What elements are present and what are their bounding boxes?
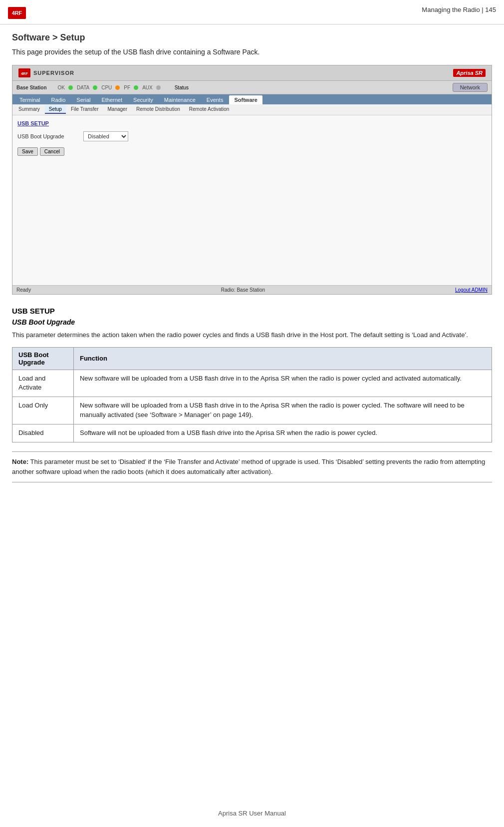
section-title: USB SETUP (12, 307, 492, 315)
subnav-setup[interactable]: Setup (45, 105, 66, 114)
pf-label: PF (124, 85, 130, 90)
supervisor-label: SUPERVISOR (33, 70, 74, 76)
status-text: Status (175, 85, 189, 90)
note-text: This parameter must be set to ‘Disabled’… (12, 458, 485, 475)
aux-label: AUX (142, 85, 153, 90)
usb-boot-upgrade-label: USB Boot Upgrade (17, 133, 77, 139)
footer-logout[interactable]: Logout ADMIN (455, 287, 488, 293)
footer-status: Ready (16, 287, 31, 293)
nav-security[interactable]: Security (128, 95, 158, 104)
page-breadcrumb: Software > Setup (12, 32, 492, 43)
table-cell-desc2: New software will be uploaded from a USB… (73, 397, 492, 424)
body-text: This parameter determines the action tak… (12, 330, 492, 340)
table-cell-option3: Disabled (12, 424, 74, 442)
table-cell-option1: Load and Activate (12, 370, 74, 397)
usb-boot-upgrade-select[interactable]: Disabled Load and Activate Load Only (83, 131, 128, 141)
ui-section-title: USB SETUP (17, 120, 487, 126)
table-row: Load Only New software will be uploaded … (12, 397, 492, 424)
ui-screenshot-frame: 4RF SUPERVISOR Aprisa SR Base Station OK… (12, 65, 492, 295)
ui-status-bar: Base Station OK DATA CPU PF AUX Status N… (12, 81, 492, 94)
cpu-led (115, 85, 120, 90)
footer-text: Aprisa SR User Manual (218, 810, 286, 817)
ui-sub-nav: Summary Setup File Transfer Manager Remo… (12, 104, 492, 115)
network-button[interactable]: Network (453, 83, 488, 92)
subnav-summary[interactable]: Summary (14, 105, 44, 114)
page-header: 4RF Managing the Radio | 145 (0, 0, 504, 24)
nav-events[interactable]: Events (202, 95, 229, 104)
subnav-remote-activation[interactable]: Remote Activation (185, 105, 234, 114)
usb-boot-upgrade-table: USB Boot Upgrade Function Load and Activ… (12, 347, 492, 442)
table-col2-header: Function (73, 347, 492, 370)
data-led (93, 85, 97, 90)
table-col1-header: USB Boot Upgrade (12, 347, 74, 370)
cancel-button[interactable]: Cancel (40, 147, 64, 156)
table-row: Load and Activate New software will be u… (12, 370, 492, 397)
nav-software[interactable]: Software (229, 95, 262, 104)
logo-area: 4RF (8, 4, 26, 22)
note-box: Note: This parameter must be set to ‘Dis… (12, 451, 492, 482)
base-station-label: Base Station (16, 85, 47, 90)
table-cell-desc1: New software will be uploaded from a USB… (73, 370, 492, 397)
ui-frame-header: 4RF SUPERVISOR Aprisa SR (12, 65, 492, 81)
ui-main-nav: Terminal Radio Serial Ethernet Security … (12, 94, 492, 104)
pf-led (134, 85, 138, 90)
base-station-section: Base Station (16, 85, 48, 90)
ui-frame-logo: 4RF SUPERVISOR (18, 68, 74, 77)
ui-footer: Ready Radio: Base Station Logout ADMIN (12, 285, 492, 294)
table-cell-option2: Load Only (12, 397, 74, 424)
save-button[interactable]: Save (17, 147, 38, 156)
form-button-row: Save Cancel (17, 147, 487, 156)
svg-text:4RF: 4RF (21, 71, 28, 76)
page-reference: Managing the Radio | 145 (422, 4, 496, 13)
svg-text:4RF: 4RF (12, 10, 22, 16)
table-row: Disabled Software will not be uploaded f… (12, 424, 492, 442)
usb-boot-upgrade-row: USB Boot Upgrade Disabled Load and Activ… (17, 131, 487, 141)
cpu-label: CPU (101, 85, 112, 90)
subnav-manager[interactable]: Manager (104, 105, 131, 114)
data-label: DATA (77, 85, 89, 90)
aprisa-badge: Aprisa SR (453, 69, 486, 77)
footer-radio-info: Radio: Base Station (221, 287, 265, 293)
table-cell-desc3: Software will not be uploaded from a USB… (73, 424, 492, 442)
aux-led (156, 85, 161, 90)
ui-body: USB SETUP USB Boot Upgrade Disabled Load… (12, 115, 492, 285)
frame-logo-icon: 4RF (18, 68, 30, 77)
indicators-section: OK DATA CPU PF AUX (58, 85, 161, 90)
nav-serial[interactable]: Serial (71, 95, 95, 104)
nav-radio[interactable]: Radio (46, 95, 71, 104)
page-footer: Aprisa SR User Manual (0, 810, 504, 817)
page-description: This page provides the setup of the USB … (12, 48, 492, 56)
note-label: Note: (12, 458, 28, 465)
nav-terminal[interactable]: Terminal (14, 95, 45, 104)
4rf-logo-icon: 4RF (8, 4, 26, 22)
nav-maintenance[interactable]: Maintenance (159, 95, 201, 104)
ok-led (68, 85, 73, 90)
nav-ethernet[interactable]: Ethernet (96, 95, 127, 104)
subsection-title: USB Boot Upgrade (12, 318, 492, 326)
subnav-remote-distribution[interactable]: Remote Distribution (132, 105, 184, 114)
page-content: Software > Setup This page provides the … (0, 24, 504, 500)
ok-label: OK (58, 85, 65, 90)
subnav-file-transfer[interactable]: File Transfer (67, 105, 103, 114)
